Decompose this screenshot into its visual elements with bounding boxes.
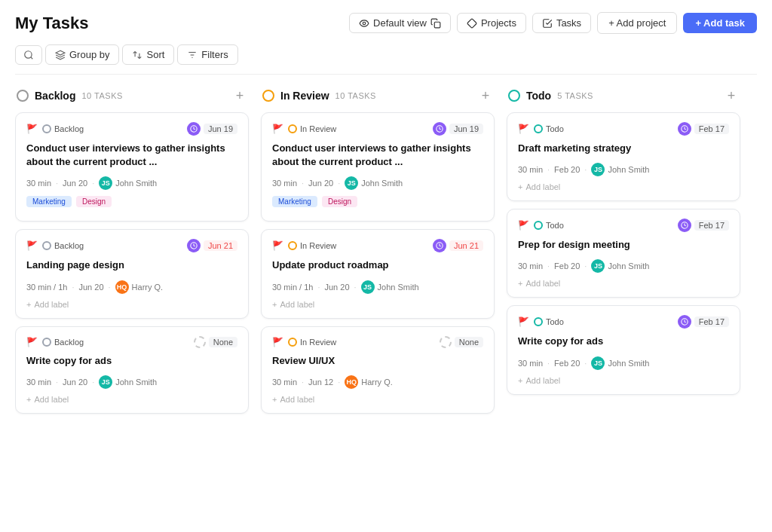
column-backlog: Backlog10 TASKS+🚩BacklogJun 19Conduct us…: [15, 88, 249, 421]
card-title: Write copy for ads: [26, 354, 237, 368]
task-card[interactable]: 🚩BacklogJun 19Conduct user interviews to…: [15, 112, 249, 222]
user-badge: JSJohn Smith: [591, 259, 649, 273]
card-date-text: Feb 20: [554, 165, 580, 174]
sort-button[interactable]: Sort: [122, 44, 174, 65]
card-top: 🚩In ReviewJun 21: [272, 239, 483, 252]
task-card[interactable]: 🚩BacklogJun 21Landing page design30 min …: [15, 229, 249, 318]
status-pill: In Review: [288, 338, 336, 347]
svg-point-0: [363, 22, 366, 25]
add-label-button[interactable]: +Add label: [272, 300, 483, 309]
card-meta: 30 min / 1h·Jun 20·JSJohn Smith: [272, 280, 483, 294]
column-title-inreview: In Review: [280, 90, 329, 102]
add-label-button[interactable]: +Add label: [26, 395, 237, 404]
card-date-area: Jun 21: [187, 239, 237, 252]
tag-marketing: Marketing: [26, 196, 72, 207]
filters-button[interactable]: Filters: [177, 44, 237, 65]
status-label: Todo: [546, 221, 564, 230]
status-dot: [534, 124, 543, 133]
date-icon: [678, 315, 691, 329]
date-icon: [433, 122, 446, 136]
header-actions: Default view Projects Tasks + Add projec…: [349, 12, 757, 34]
user-badge: JSJohn Smith: [99, 375, 157, 389]
task-card[interactable]: 🚩In ReviewJun 21Update product roadmap30…: [261, 229, 495, 318]
status-label: Backlog: [54, 124, 84, 133]
diamond-icon: [467, 18, 477, 29]
card-date-area: Feb 17: [678, 219, 729, 232]
checkbox-icon: [542, 18, 553, 29]
avatar: JS: [99, 176, 112, 190]
avatar: HQ: [345, 375, 358, 389]
flag-icon: 🚩: [272, 337, 283, 347]
add-label-button[interactable]: +Add label: [518, 182, 729, 191]
user-name: John Smith: [115, 378, 157, 387]
date-icon: [678, 219, 691, 232]
tasks-button[interactable]: Tasks: [532, 13, 591, 33]
group-by-button[interactable]: Group by: [45, 44, 119, 65]
user-badge: JSJohn Smith: [345, 176, 403, 190]
task-card[interactable]: 🚩TodoFeb 17Draft marketing strategy30 mi…: [507, 112, 740, 201]
date-badge: Jun 21: [449, 240, 483, 251]
card-meta: 30 min·Jun 20·JSJohn Smith: [272, 176, 483, 190]
task-card[interactable]: 🚩TodoFeb 17Write copy for ads30 min·Feb …: [507, 305, 740, 394]
copy-icon: [430, 18, 441, 29]
search-button[interactable]: [15, 45, 42, 65]
column-header-inreview: In Review10 TASKS+: [261, 88, 495, 103]
eye-icon: [359, 18, 369, 29]
column-add-button-inreview[interactable]: +: [478, 88, 493, 103]
sort-icon: [132, 50, 142, 60]
status-pill: Backlog: [42, 338, 84, 347]
column-add-button-backlog[interactable]: +: [232, 88, 247, 103]
status-pill: In Review: [288, 124, 336, 133]
task-card[interactable]: 🚩In ReviewNoneReview UI/UX30 min·Jun 12·…: [261, 326, 495, 414]
card-date-text: Jun 20: [63, 378, 87, 387]
default-view-button[interactable]: Default view: [349, 13, 451, 33]
projects-button[interactable]: Projects: [457, 13, 526, 33]
status-dot: [288, 124, 297, 133]
card-duration: 30 min: [518, 261, 543, 271]
add-label-button[interactable]: +Add label: [518, 376, 729, 385]
svg-point-2: [25, 50, 32, 57]
add-label-button[interactable]: +Add label: [518, 279, 729, 288]
card-top: 🚩BacklogJun 21: [26, 239, 237, 252]
app-container: My Tasks Default view Projects Tasks + A…: [0, 0, 772, 433]
date-icon: [187, 239, 201, 252]
tag-design: Design: [322, 196, 357, 207]
card-date-text: Jun 20: [324, 283, 349, 292]
user-badge: JSJohn Smith: [591, 356, 649, 370]
status-dot: [534, 221, 543, 230]
date-badge: Jun 19: [449, 124, 483, 134]
card-date-area: None: [194, 336, 237, 348]
date-badge: Jun 19: [204, 124, 237, 134]
card-top: 🚩BacklogNone: [26, 336, 237, 348]
header: My Tasks Default view Projects Tasks + A…: [15, 12, 757, 34]
card-date-text: Jun 20: [308, 179, 333, 188]
kanban-board: Backlog10 TASKS+🚩BacklogJun 19Conduct us…: [15, 88, 757, 421]
flag-icon: 🚩: [26, 124, 38, 134]
date-badge: Jun 21: [204, 240, 237, 251]
task-card[interactable]: 🚩In ReviewJun 19Conduct user interviews …: [261, 112, 495, 222]
status-pill: Todo: [534, 221, 564, 230]
status-pill: Backlog: [42, 241, 84, 250]
status-label: In Review: [300, 241, 336, 250]
add-task-button[interactable]: + Add task: [683, 13, 757, 33]
card-date-area: Jun 19: [187, 122, 237, 136]
avatar: JS: [591, 259, 605, 273]
avatar: JS: [99, 375, 112, 389]
card-date-area: None: [440, 336, 483, 348]
filters-icon: [187, 50, 198, 60]
status-label: In Review: [300, 124, 336, 133]
add-label-button[interactable]: +Add label: [26, 300, 237, 309]
add-label-button[interactable]: +Add label: [272, 395, 483, 404]
card-meta: 30 min·Feb 20·JSJohn Smith: [518, 163, 729, 176]
add-project-button[interactable]: + Add project: [597, 12, 677, 34]
user-badge: JSJohn Smith: [99, 176, 157, 190]
user-badge: JSJohn Smith: [361, 280, 419, 294]
status-dot: [42, 124, 51, 133]
user-badge: HQHarry Q.: [115, 280, 164, 294]
card-title: Conduct user interviews to gather insigh…: [26, 142, 237, 169]
date-badge: Feb 17: [694, 316, 729, 327]
task-card[interactable]: 🚩BacklogNoneWrite copy for ads30 min·Jun…: [15, 326, 249, 414]
date-icon: [433, 239, 446, 252]
task-card[interactable]: 🚩TodoFeb 17Prep for design meeting30 min…: [507, 209, 740, 298]
column-add-button-todo[interactable]: +: [724, 88, 739, 103]
